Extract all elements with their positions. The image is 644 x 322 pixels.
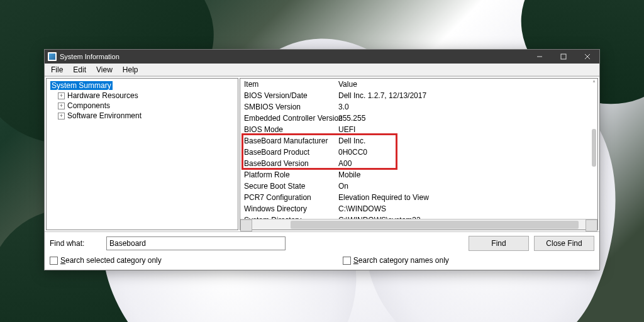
detail-item: BIOS Mode: [240, 124, 335, 135]
menubar: File Edit View Help: [45, 64, 599, 76]
tree-item-components[interactable]: + Components: [57, 101, 235, 111]
detail-item: BaseBoard Product: [240, 147, 335, 158]
detail-row[interactable]: Embedded Controller Version255.255: [240, 113, 597, 124]
detail-row[interactable]: Platform RoleMobile: [240, 169, 597, 180]
titlebar[interactable]: System Information: [45, 50, 599, 64]
detail-value: 255.255: [335, 113, 597, 124]
menu-help[interactable]: Help: [118, 64, 143, 75]
checkbox-icon: [343, 257, 351, 265]
tree-item-hardware-resources[interactable]: + Hardware Resources: [57, 91, 235, 101]
detail-value: Elevation Required to View: [335, 192, 597, 203]
category-tree[interactable]: System Summary + Hardware Resources + Co…: [46, 78, 238, 230]
detail-item: BaseBoard Version: [240, 158, 335, 169]
detail-row[interactable]: BaseBoard ManufacturerDell Inc.: [240, 135, 597, 147]
col-header-item[interactable]: Item: [240, 79, 335, 90]
detail-value: 3.0: [335, 101, 597, 113]
vertical-scrollbar[interactable]: ˄: [587, 79, 597, 219]
expand-icon[interactable]: +: [58, 113, 65, 119]
detail-item: Secure Boot State: [240, 180, 335, 192]
detail-item: BIOS Version/Date: [240, 90, 335, 101]
tree-label: Software Environment: [67, 111, 142, 120]
find-input[interactable]: [106, 236, 286, 250]
content-area: System Summary + Hardware Resources + Co…: [45, 76, 599, 231]
checkbox-label: Search selected category only: [60, 256, 162, 265]
checkbox-icon: [50, 257, 58, 265]
svg-rect-1: [561, 54, 566, 59]
tree-label: Hardware Resources: [67, 91, 138, 100]
find-label: Find what:: [50, 239, 101, 248]
detail-value: C:\WINDOWS: [335, 203, 597, 214]
system-information-window: System Information File Edit View Help S…: [44, 49, 600, 270]
expand-icon[interactable]: +: [58, 103, 65, 109]
checkbox-search-names[interactable]: Search category names only: [343, 256, 449, 265]
detail-list[interactable]: Item Value BIOS Version/DateDell Inc. 1.…: [240, 79, 597, 219]
tree-item-software-environment[interactable]: + Software Environment: [57, 111, 235, 121]
tree-root-system-summary[interactable]: System Summary: [49, 80, 235, 91]
maximize-button[interactable]: [552, 50, 575, 64]
detail-row[interactable]: Secure Boot StateOn: [240, 180, 597, 192]
find-bar: Find what: Find Close Find Search select…: [45, 231, 599, 270]
horizontal-scrollbar[interactable]: [240, 219, 597, 230]
close-button[interactable]: [575, 50, 599, 64]
detail-value: Mobile: [335, 169, 597, 180]
menu-file[interactable]: File: [46, 64, 68, 75]
detail-row[interactable]: SMBIOS Version3.0: [240, 101, 597, 113]
tree-label: Components: [67, 101, 110, 110]
detail-value: A00: [335, 158, 597, 169]
detail-value: 0H0CC0: [335, 147, 597, 158]
menu-view[interactable]: View: [91, 64, 118, 75]
tree-label: System Summary: [50, 81, 113, 90]
checkbox-search-selected[interactable]: Search selected category only: [50, 256, 162, 265]
minimize-button[interactable]: [528, 50, 552, 64]
detail-row[interactable]: Windows DirectoryC:\WINDOWS: [240, 203, 597, 214]
detail-item: SMBIOS Version: [240, 101, 335, 113]
detail-item: BaseBoard Manufacturer: [240, 135, 335, 147]
detail-item: Windows Directory: [240, 203, 335, 214]
scroll-thumb[interactable]: [592, 129, 596, 167]
detail-wrapper: Item Value BIOS Version/DateDell Inc. 1.…: [240, 78, 598, 230]
app-icon: [48, 52, 57, 61]
detail-row[interactable]: BIOS Version/DateDell Inc. 1.2.7, 12/13/…: [240, 90, 597, 101]
window-title: System Information: [60, 53, 119, 60]
detail-item: System Directory: [240, 214, 335, 219]
detail-header[interactable]: Item Value: [240, 79, 597, 90]
detail-item: Embedded Controller Version: [240, 113, 335, 124]
scroll-up-icon[interactable]: ˄: [592, 80, 596, 87]
col-header-value[interactable]: Value: [335, 79, 597, 90]
detail-value: On: [335, 180, 597, 192]
detail-value: C:\WINDOWS\system32: [335, 214, 597, 219]
find-button[interactable]: Find: [469, 236, 529, 251]
detail-value: Dell Inc. 1.2.7, 12/13/2017: [335, 90, 597, 101]
expand-icon[interactable]: +: [58, 92, 65, 99]
detail-row[interactable]: BaseBoard Product0H0CC0: [240, 147, 597, 158]
detail-item: PCR7 Configuration: [240, 192, 335, 203]
detail-row[interactable]: PCR7 ConfigurationElevation Required to …: [240, 192, 597, 203]
detail-value: UEFI: [335, 124, 597, 135]
detail-row[interactable]: System DirectoryC:\WINDOWS\system32: [240, 214, 597, 219]
checkbox-label: Search category names only: [353, 256, 449, 265]
detail-row[interactable]: BIOS ModeUEFI: [240, 124, 597, 135]
close-find-button[interactable]: Close Find: [534, 236, 594, 251]
detail-row[interactable]: BaseBoard VersionA00: [240, 158, 597, 169]
detail-item: Platform Role: [240, 169, 335, 180]
menu-edit[interactable]: Edit: [68, 64, 91, 75]
scroll-thumb[interactable]: [291, 221, 579, 229]
detail-value: Dell Inc.: [335, 135, 597, 147]
